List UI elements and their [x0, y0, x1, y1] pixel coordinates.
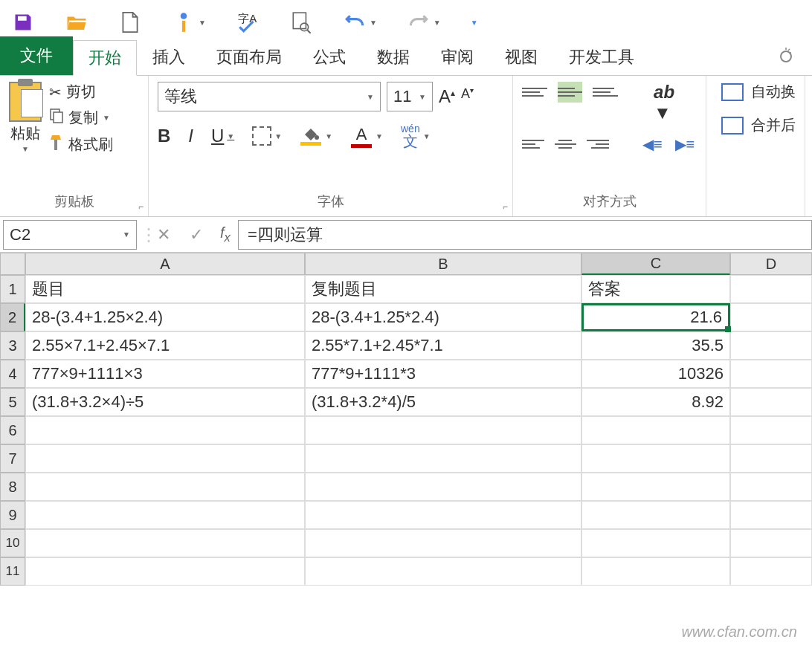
row-header[interactable]: 1	[0, 275, 25, 303]
cell[interactable]	[730, 275, 812, 303]
column-header-b[interactable]: B	[305, 253, 581, 275]
row-header[interactable]: 8	[0, 473, 25, 501]
italic-button[interactable]: I	[188, 126, 193, 146]
format-painter-button[interactable]: 格式刷	[49, 134, 113, 155]
select-all-corner[interactable]	[0, 253, 25, 275]
cell[interactable]	[305, 416, 581, 444]
cell-selected[interactable]: 21.6	[581, 303, 730, 331]
save-button[interactable]	[11, 10, 35, 34]
cell[interactable]: 777×9+1111×3	[25, 360, 305, 388]
tab-layout[interactable]: 页面布局	[201, 39, 297, 75]
align-top-button[interactable]	[522, 82, 547, 103]
cell[interactable]	[730, 331, 812, 360]
cell[interactable]: (31.8+3.2*4)/5	[305, 388, 581, 416]
dialog-launcher-icon[interactable]: ⌐	[503, 201, 508, 212]
cell[interactable]	[305, 501, 581, 529]
column-header-d[interactable]: D	[730, 253, 812, 275]
tab-view[interactable]: 视图	[489, 39, 553, 75]
font-name-select[interactable]: 等线 ▼	[158, 82, 381, 111]
increase-font-button[interactable]: A▴	[439, 86, 455, 107]
spellcheck-button[interactable]: 字A	[236, 10, 260, 34]
new-button[interactable]	[118, 10, 142, 34]
cell[interactable]	[730, 444, 812, 473]
underline-button[interactable]: U ▼	[211, 126, 234, 146]
cell[interactable]	[25, 501, 305, 529]
row-header[interactable]: 2	[0, 303, 25, 331]
row-header[interactable]: 5	[0, 388, 25, 416]
cell[interactable]	[25, 444, 305, 473]
touch-mode-button[interactable]: ▼	[172, 10, 206, 34]
cell[interactable]: 777*9+1111*3	[305, 360, 581, 388]
cut-button[interactable]: ✂ 剪切	[49, 82, 113, 102]
cell[interactable]	[730, 529, 812, 557]
cell[interactable]: (31.8+3.2×4)÷5	[25, 388, 305, 416]
cell[interactable]	[581, 444, 730, 473]
wrap-text-button[interactable]: 自动换	[721, 82, 796, 102]
cell[interactable]: 8.92	[581, 388, 730, 416]
column-header-c[interactable]: C	[581, 253, 730, 275]
fill-color-button[interactable]: ▼	[300, 127, 332, 146]
fx-icon[interactable]: fx	[213, 224, 238, 245]
row-header[interactable]: 9	[0, 501, 25, 529]
row-header[interactable]: 10	[0, 529, 25, 557]
cell[interactable]: 2.55*7.1+2.45*7.1	[305, 331, 581, 360]
column-header-a[interactable]: A	[25, 253, 305, 275]
cell[interactable]	[305, 444, 581, 473]
align-bottom-button[interactable]	[593, 82, 618, 103]
cell[interactable]: 35.5	[581, 331, 730, 360]
cell[interactable]	[305, 529, 581, 557]
dialog-launcher-icon[interactable]: ⌐	[138, 201, 144, 212]
copy-button[interactable]: 复制 ▼	[49, 108, 113, 128]
merge-cells-button[interactable]: 合并后	[721, 115, 796, 135]
orientation-button[interactable]: ab ▼	[654, 82, 697, 123]
cell[interactable]: 2.55×7.1+2.45×7.1	[25, 331, 305, 360]
cell[interactable]	[25, 473, 305, 501]
cell[interactable]	[730, 416, 812, 444]
tab-home[interactable]: 开始	[73, 40, 137, 76]
cell[interactable]	[730, 501, 812, 529]
bold-button[interactable]: B	[158, 126, 170, 146]
cancel-formula-button[interactable]: ✕	[147, 225, 180, 244]
formula-input[interactable]: =四则运算	[238, 220, 812, 250]
cell[interactable]	[730, 360, 812, 388]
tab-insert[interactable]: 插入	[137, 39, 201, 75]
undo-button[interactable]: ▼	[343, 10, 377, 34]
tell-me-button[interactable]	[763, 39, 812, 75]
cell[interactable]	[581, 416, 730, 444]
font-size-select[interactable]: 11 ▼	[387, 82, 433, 111]
row-header[interactable]: 6	[0, 416, 25, 444]
cell[interactable]	[730, 473, 812, 501]
cell[interactable]	[730, 388, 812, 416]
tab-review[interactable]: 审阅	[425, 39, 489, 75]
border-button[interactable]: ▼	[252, 126, 282, 146]
open-button[interactable]	[65, 10, 88, 34]
cell[interactable]	[305, 557, 581, 586]
cell[interactable]: 答案	[581, 275, 730, 303]
cell[interactable]: 复制题目	[305, 275, 581, 303]
cell[interactable]	[581, 501, 730, 529]
cell[interactable]	[25, 529, 305, 557]
decrease-font-button[interactable]: A▾	[461, 86, 474, 107]
tab-developer[interactable]: 开发工具	[553, 39, 650, 75]
font-color-button[interactable]: A ▼	[350, 125, 383, 148]
increase-indent-button[interactable]: ▶≡	[675, 134, 697, 155]
cell[interactable]: 28-(3.4+1.25*2.4)	[305, 303, 581, 331]
cell[interactable]: 28-(3.4+1.25×2.4)	[25, 303, 305, 331]
align-left-button[interactable]	[522, 134, 544, 155]
cell[interactable]	[25, 416, 305, 444]
print-preview-button[interactable]	[289, 10, 313, 34]
row-header[interactable]: 3	[0, 331, 25, 360]
decrease-indent-button[interactable]: ◀≡	[642, 134, 665, 155]
cell[interactable]	[305, 473, 581, 501]
row-header[interactable]: 7	[0, 444, 25, 473]
customize-qat-button[interactable]: ▼	[471, 19, 478, 27]
name-box[interactable]: C2 ▼	[3, 220, 137, 250]
cell[interactable]	[730, 557, 812, 586]
row-header[interactable]: 4	[0, 360, 25, 388]
align-right-button[interactable]	[587, 134, 609, 155]
tab-formulas[interactable]: 公式	[297, 39, 361, 75]
accept-formula-button[interactable]: ✓	[180, 225, 213, 244]
tab-data[interactable]: 数据	[361, 39, 425, 75]
cell[interactable]	[581, 557, 730, 586]
cell[interactable]	[581, 529, 730, 557]
